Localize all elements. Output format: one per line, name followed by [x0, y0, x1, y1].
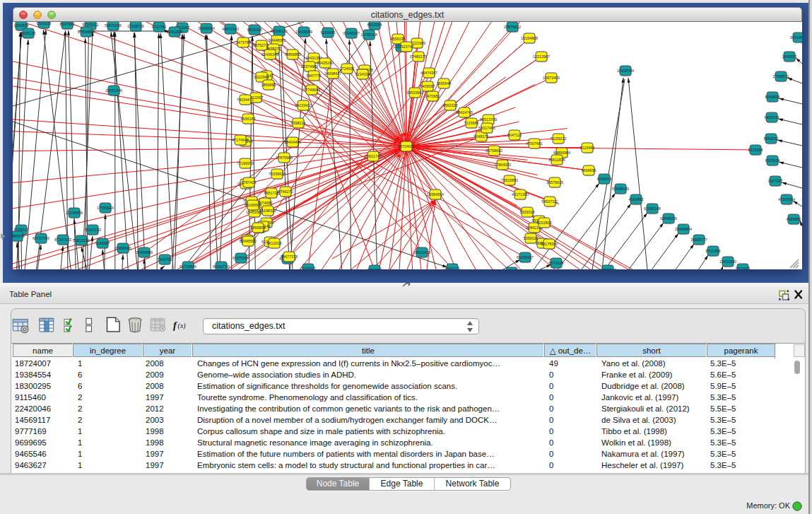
svg-text:85165604: 85165604 — [245, 203, 261, 207]
svg-text:09133412: 09133412 — [295, 103, 312, 107]
svg-text:17359924: 17359924 — [97, 206, 114, 210]
svg-text:05466889: 05466889 — [136, 250, 153, 255]
svg-text:88208121: 88208121 — [271, 29, 288, 33]
svg-text:58404499: 58404499 — [284, 140, 301, 144]
svg-text:59317461: 59317461 — [478, 126, 495, 130]
svg-text:16154808: 16154808 — [521, 36, 538, 40]
svg-text:97376311: 97376311 — [82, 23, 99, 27]
svg-text:0103105: 0103105 — [37, 22, 52, 25]
svg-text:13619399: 13619399 — [295, 30, 312, 34]
svg-text:87347143: 87347143 — [54, 238, 71, 242]
svg-text:99856984: 99856984 — [553, 151, 570, 155]
svg-text:7923747: 7923747 — [399, 45, 414, 49]
svg-text:26758692: 26758692 — [486, 148, 502, 153]
svg-text:7917693: 7917693 — [736, 267, 751, 269]
svg-text:1869993: 1869993 — [261, 83, 276, 87]
svg-text:68727743: 68727743 — [33, 236, 49, 240]
svg-text:84677378: 84677378 — [281, 255, 298, 259]
svg-text:13338726: 13338726 — [127, 24, 144, 28]
svg-text:39533942: 39533942 — [406, 90, 423, 95]
svg-text:2787429: 2787429 — [242, 180, 257, 185]
svg-text:89178390: 89178390 — [541, 242, 558, 246]
svg-text:65185067: 65185067 — [517, 255, 534, 259]
svg-text:07482175: 07482175 — [410, 54, 427, 59]
svg-text:4556238: 4556238 — [391, 37, 406, 41]
svg-text:46474367: 46474367 — [420, 71, 437, 75]
svg-text:19384554: 19384554 — [427, 192, 444, 197]
svg-text:02445502: 02445502 — [240, 239, 257, 243]
svg-text:43171390: 43171390 — [512, 192, 529, 197]
svg-text:65375564: 65375564 — [233, 256, 249, 260]
svg-text:89611836: 89611836 — [548, 158, 565, 162]
svg-text:9805009: 9805009 — [247, 28, 262, 32]
svg-text:3166587: 3166587 — [95, 241, 110, 245]
svg-text:67749649: 67749649 — [303, 88, 320, 92]
svg-text:9134316: 9134316 — [355, 72, 370, 76]
svg-text:1607337: 1607337 — [768, 179, 783, 183]
svg-text:4562328: 4562328 — [443, 103, 458, 107]
svg-text:8951718: 8951718 — [264, 191, 279, 195]
svg-text:5869232: 5869232 — [764, 136, 779, 141]
svg-text:5329318: 5329318 — [520, 210, 535, 214]
svg-text:8215958: 8215958 — [748, 148, 763, 152]
svg-text:27868011: 27868011 — [772, 74, 789, 78]
svg-text:73515850: 73515850 — [501, 178, 518, 182]
svg-text:12411824: 12411824 — [166, 30, 183, 34]
svg-text:36026064: 36026064 — [198, 26, 215, 30]
svg-text:8425135: 8425135 — [21, 31, 36, 35]
svg-text:61595148: 61595148 — [644, 206, 661, 211]
svg-text:0033092: 0033092 — [301, 267, 316, 269]
svg-text:56670106: 56670106 — [105, 23, 122, 28]
svg-text:29946804: 29946804 — [675, 227, 692, 231]
svg-text:90162720: 90162720 — [213, 264, 230, 269]
svg-text:46872343: 46872343 — [222, 27, 239, 31]
svg-text:43303654: 43303654 — [778, 197, 795, 201]
svg-text:9169985: 9169985 — [321, 30, 336, 35]
svg-text:36576615: 36576615 — [546, 180, 563, 185]
svg-text:9612018: 9612018 — [267, 241, 282, 245]
svg-text:24008427: 24008427 — [324, 71, 341, 76]
svg-text:4731781: 4731781 — [152, 25, 167, 29]
svg-text:9022941: 9022941 — [254, 75, 269, 79]
svg-text:8721489: 8721489 — [706, 249, 721, 253]
svg-text:1724005: 1724005 — [340, 66, 355, 71]
svg-text:7346706: 7346706 — [158, 257, 172, 262]
svg-text:5766270: 5766270 — [278, 189, 293, 194]
svg-text:13433200: 13433200 — [719, 259, 736, 264]
svg-text:4936183: 4936183 — [241, 117, 256, 121]
svg-text:77190659: 77190659 — [237, 161, 254, 165]
svg-text:4060883: 4060883 — [629, 197, 644, 201]
svg-text:55698169: 55698169 — [612, 187, 629, 191]
svg-text:6899809: 6899809 — [251, 226, 266, 230]
svg-text:6025634: 6025634 — [765, 158, 780, 163]
svg-text:4294019: 4294019 — [597, 177, 612, 181]
svg-text:8347382: 8347382 — [60, 22, 75, 26]
svg-text:0470952: 0470952 — [425, 94, 440, 98]
svg-text:16648784: 16648784 — [617, 69, 634, 73]
svg-text:36995777: 36995777 — [690, 238, 707, 242]
svg-text:10973493: 10973493 — [543, 76, 560, 80]
svg-text:12213967: 12213967 — [533, 54, 550, 59]
svg-text:93534874: 93534874 — [790, 35, 802, 40]
svg-text:76320163: 76320163 — [84, 228, 101, 232]
svg-text:1640052: 1640052 — [782, 54, 797, 59]
svg-text:21206556: 21206556 — [66, 211, 83, 215]
svg-text:01436349: 01436349 — [261, 52, 278, 57]
svg-text:35346247: 35346247 — [343, 31, 360, 35]
svg-text:6572628: 6572628 — [549, 261, 564, 265]
svg-text:0450533: 0450533 — [765, 115, 779, 119]
svg-text:4966319: 4966319 — [445, 267, 460, 269]
svg-text:9115460: 9115460 — [580, 146, 595, 150]
svg-text:0947775: 0947775 — [307, 74, 322, 78]
svg-text:f: f — [173, 320, 177, 331]
svg-text:6152809: 6152809 — [537, 221, 552, 225]
svg-text:47174648: 47174648 — [232, 138, 249, 142]
svg-text:47007661: 47007661 — [526, 141, 543, 146]
svg-text:18724007: 18724007 — [398, 144, 415, 148]
svg-text:54527111: 54527111 — [541, 199, 558, 204]
svg-text:23374989: 23374989 — [301, 64, 318, 69]
svg-text:1473799: 1473799 — [236, 40, 251, 45]
svg-text:27849808: 27849808 — [78, 30, 95, 34]
svg-text:8059826: 8059826 — [765, 95, 780, 99]
svg-text:88424745: 88424745 — [456, 110, 473, 115]
